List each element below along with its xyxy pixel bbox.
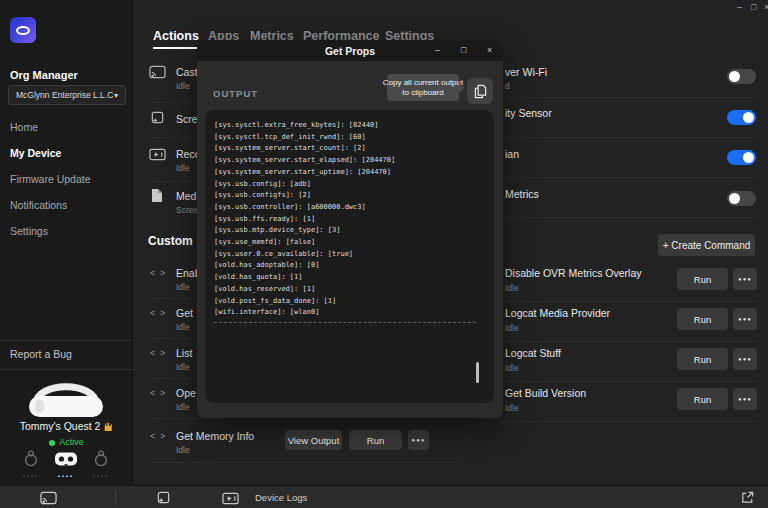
toggle-label: ian (505, 148, 519, 160)
window-maximize-button[interactable]: □ (751, 2, 756, 12)
action-label[interactable]: Scre (176, 113, 198, 125)
toggle-label: ity Sensor (505, 107, 552, 119)
modal-titlebar: Get Props – □ × (197, 40, 503, 61)
run-button[interactable]: Run (349, 430, 402, 450)
custom-commands-heading: Custom (148, 234, 193, 248)
record-video-icon (149, 147, 166, 165)
action-label[interactable]: Med (176, 190, 196, 202)
divider (503, 217, 758, 218)
more-options-button[interactable]: ●●● (733, 348, 757, 370)
command-status: Idle (176, 445, 190, 455)
run-button[interactable]: Run (677, 268, 728, 290)
cast-icon[interactable] (40, 491, 57, 508)
command-label: Logcat Stuff (505, 347, 561, 359)
more-options-button[interactable]: ●●● (408, 430, 429, 450)
status-dot-icon (49, 440, 55, 446)
left-controller-selector[interactable]: •••• (14, 449, 48, 479)
sidebar-item-home[interactable]: Home (10, 121, 38, 133)
cast-icon (149, 65, 166, 83)
command-status: Idle (176, 402, 190, 412)
divider (148, 102, 197, 103)
proximity-sensor-toggle[interactable] (727, 110, 756, 125)
org-select[interactable]: McGlynn Enterprise L.L.C. ▾ (8, 85, 126, 105)
modal-maximize-button[interactable]: □ (461, 45, 466, 55)
divider (148, 378, 197, 379)
command-status: Idle (505, 283, 519, 293)
sidebar: Org Manager McGlynn Enterprise L.L.C. ▾ … (0, 0, 133, 485)
right-controller-icon (91, 449, 111, 467)
command-status: Idle (176, 322, 190, 332)
report-a-bug-link[interactable]: Report a Bug (10, 348, 72, 360)
sidebar-item-settings[interactable]: Settings (10, 225, 48, 237)
copy-icon (474, 84, 487, 99)
divider (503, 341, 758, 342)
active-tab-underline (153, 47, 201, 49)
code-icon: < > (150, 268, 167, 278)
right-controller-selector[interactable]: •••• (84, 449, 118, 479)
command-label[interactable]: Ope (176, 387, 196, 399)
toggle-label: Metrics (505, 188, 539, 200)
action-label[interactable]: Cast (176, 66, 198, 78)
output-panel: [sys.sysctl.extra_free_kbytes]: [82440] … (205, 110, 494, 403)
command-status: Idle (505, 363, 519, 373)
command-status: Idle (176, 282, 190, 292)
more-options-button[interactable]: ●●● (733, 308, 757, 330)
bottom-toolbar: Device Logs (0, 485, 768, 508)
output-label: OUTPUT (213, 88, 258, 99)
divider (148, 298, 197, 299)
divider (503, 301, 758, 302)
command-label[interactable]: Get Memory Info (176, 430, 254, 442)
code-icon: < > (150, 308, 167, 318)
tab-actions[interactable]: Actions (153, 29, 199, 43)
command-label[interactable]: Get (176, 307, 193, 319)
run-button[interactable]: Run (677, 348, 728, 370)
run-button[interactable]: Run (677, 308, 728, 330)
action-status: Idle (176, 81, 190, 91)
sidebar-item-notifications[interactable]: Notifications (10, 199, 67, 211)
left-controller-icon (21, 449, 41, 467)
more-options-button[interactable]: ●●● (733, 388, 757, 410)
chevron-down-icon: ▾ (114, 91, 118, 100)
divider (148, 462, 458, 463)
headset-selector[interactable]: •••• (49, 449, 83, 479)
divider (148, 137, 197, 138)
command-label: Get Build Version (505, 387, 586, 399)
get-props-modal: Get Props – □ × OUTPUT Copy all current … (197, 40, 503, 418)
window-close-button[interactable]: × (764, 2, 768, 12)
copy-output-button[interactable] (467, 78, 493, 104)
screenshot-icon (150, 110, 165, 129)
code-icon: < > (150, 431, 167, 441)
screenshot-icon[interactable] (156, 490, 171, 508)
create-command-button[interactable]: + Create Command (658, 234, 755, 256)
wifi-toggle[interactable] (727, 69, 756, 84)
pagination-dots: •••• (14, 473, 48, 479)
modal-close-button[interactable]: × (487, 45, 492, 55)
command-label[interactable]: List (176, 347, 192, 359)
window-minimize-button[interactable]: – (737, 2, 742, 12)
divider (503, 177, 758, 178)
metrics-toggle[interactable] (727, 191, 756, 206)
org-manager-label: Org Manager (10, 69, 78, 81)
command-status: Idle (176, 362, 190, 372)
guardian-toggle[interactable] (727, 150, 756, 165)
tooltip-arrow (459, 83, 465, 93)
headset-image (20, 374, 112, 424)
divider (0, 369, 133, 370)
action-status: Scree (176, 205, 198, 215)
open-external-icon[interactable] (740, 490, 755, 508)
divider (115, 490, 116, 505)
view-output-button[interactable]: View Output (285, 430, 342, 450)
device-logs-label[interactable]: Device Logs (255, 492, 307, 503)
output-end-divider (214, 322, 476, 323)
run-button[interactable]: Run (677, 388, 728, 410)
headset-icon (54, 451, 78, 467)
divider (148, 418, 197, 419)
sidebar-item-my-device[interactable]: My Device (10, 147, 61, 159)
rock-hand-icon (103, 420, 113, 432)
more-options-button[interactable]: ●●● (733, 268, 757, 290)
sidebar-item-firmware-update[interactable]: Firmware Update (10, 173, 91, 185)
divider (503, 97, 758, 98)
record-video-icon[interactable] (222, 491, 239, 508)
scrollbar-thumb[interactable] (476, 362, 479, 383)
modal-minimize-button[interactable]: – (435, 45, 440, 55)
